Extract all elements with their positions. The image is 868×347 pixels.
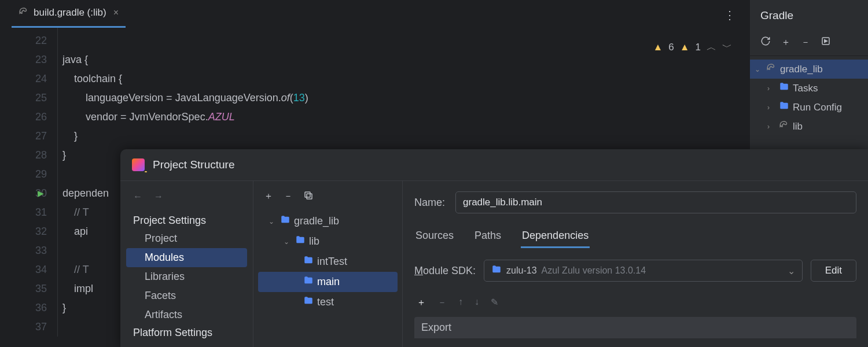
line-number: 28 — [0, 146, 47, 165]
name-label: Name: — [414, 197, 445, 209]
line-number: 34 — [0, 260, 47, 279]
module-test[interactable]: test — [258, 292, 398, 312]
tree-run-config[interactable]: › Run Config — [750, 98, 868, 117]
chevron-right-icon: › — [767, 104, 775, 112]
code-text: toolchain { — [62, 73, 122, 84]
more-icon[interactable]: ⋮ — [724, 8, 735, 22]
folder-icon — [779, 82, 789, 95]
execute-icon[interactable] — [821, 36, 831, 49]
gradle-tree: ⌄ gradle_lib › Tasks › Run Config › lib — [750, 56, 868, 139]
editor-tab-bar: build.gradle (:lib) × ⋮ — [0, 0, 749, 28]
remove-icon[interactable]: － — [284, 190, 293, 203]
line-number: 31 — [0, 203, 47, 222]
sdk-dropdown[interactable]: zulu-13 Azul Zulu version 13.0.14 ⌄ — [484, 260, 803, 282]
nav-facets[interactable]: Facets — [126, 286, 247, 305]
nav-modules[interactable]: Modules — [126, 248, 247, 267]
module-root[interactable]: ⌄ gradle_lib — [258, 211, 398, 231]
line-number: 24 — [0, 69, 47, 88]
module-name-input[interactable] — [455, 191, 856, 213]
gradle-icon — [766, 62, 777, 76]
tab-dependencies[interactable]: Dependencies — [521, 225, 590, 248]
code-text: vendor = JvmVendorSpec. — [62, 111, 208, 123]
down-icon[interactable]: ↓ — [475, 297, 479, 309]
line-number: 35 — [0, 279, 47, 298]
tab-paths[interactable]: Paths — [473, 225, 502, 248]
chevron-down-icon: ⌄ — [269, 217, 277, 226]
tree-label: gradle_lib — [780, 64, 823, 75]
nav-libraries[interactable]: Libraries — [126, 267, 247, 286]
folder-icon — [303, 275, 314, 289]
chevron-down-icon: ⌄ — [788, 265, 795, 276]
tree-root[interactable]: ⌄ gradle_lib — [750, 60, 868, 79]
line-number: 25 — [0, 88, 47, 108]
folder-icon — [295, 235, 306, 248]
tree-lib[interactable]: › lib — [750, 117, 868, 136]
code-text: // T — [62, 264, 89, 275]
line-number: 23 — [0, 50, 47, 69]
chevron-down-icon: ⌄ — [755, 65, 763, 73]
nav-project[interactable]: Project — [126, 229, 247, 248]
edit-button[interactable]: Edit — [811, 260, 856, 282]
code-text: // T — [62, 206, 89, 218]
add-icon[interactable]: ＋ — [781, 36, 790, 49]
tree-tasks[interactable]: › Tasks — [750, 79, 868, 98]
code-text: api — [62, 226, 88, 237]
export-column-header: Export — [414, 317, 856, 338]
nav-artifacts[interactable]: Artifacts — [126, 305, 247, 324]
code-text: } — [62, 149, 66, 161]
line-number: 27 — [0, 127, 47, 146]
module-inttest[interactable]: intTest — [258, 252, 398, 272]
chevron-down-icon: ⌄ — [284, 238, 292, 246]
code-text: impl — [62, 283, 93, 294]
sdk-detail: Azul Zulu version 13.0.14 — [542, 265, 646, 276]
edit-icon[interactable]: ✎ — [491, 297, 498, 309]
folder-icon — [779, 101, 789, 114]
project-structure-dialog: Project Structure ← → Project Settings P… — [120, 149, 868, 347]
module-label: intTest — [317, 256, 347, 268]
up-icon[interactable]: ↑ — [458, 297, 463, 309]
line-number: 36 — [0, 298, 47, 318]
module-main[interactable]: main — [258, 272, 398, 292]
folder-icon — [280, 215, 290, 228]
tab-sources[interactable]: Sources — [414, 225, 455, 248]
add-icon[interactable]: ＋ — [264, 190, 273, 203]
svg-rect-1 — [307, 194, 312, 199]
run-gutter-icon[interactable]: ▶ — [38, 184, 44, 203]
refresh-icon[interactable] — [760, 36, 771, 49]
nav-heading: Platform Settings — [126, 324, 247, 341]
chevron-right-icon: › — [767, 84, 775, 93]
remove-icon[interactable]: － — [801, 36, 810, 49]
module-details: Name: Sources Paths Dependencies Module … — [403, 181, 868, 347]
editor-tab[interactable]: build.gradle (:lib) × — [12, 0, 126, 28]
svg-rect-2 — [305, 192, 310, 197]
tree-label: Tasks — [793, 83, 818, 94]
module-label: gradle_lib — [294, 215, 339, 227]
module-tree: ＋ － ⌄ gradle_lib ⌄ lib intTest main — [253, 181, 403, 347]
tree-label: lib — [793, 121, 803, 132]
line-number: 33 — [0, 241, 47, 260]
folder-icon — [491, 264, 502, 277]
remove-icon[interactable]: － — [437, 297, 447, 309]
close-icon[interactable]: × — [113, 8, 119, 18]
back-icon[interactable]: ← — [133, 191, 142, 202]
dialog-body: ← → Project Settings Project Modules Lib… — [120, 180, 868, 347]
module-label: lib — [309, 235, 319, 248]
module-lib[interactable]: ⌄ lib — [258, 231, 398, 252]
line-number: 22 — [0, 31, 47, 50]
add-icon[interactable]: ＋ — [417, 297, 426, 309]
folder-icon — [303, 296, 314, 309]
dialog-title: Project Structure — [153, 158, 235, 171]
line-number: 29 — [0, 165, 47, 184]
copy-icon[interactable] — [303, 190, 314, 203]
code-text: } — [62, 130, 78, 142]
app-icon — [132, 158, 145, 171]
gradle-icon — [19, 6, 29, 19]
code-text: languageVersion = JavaLanguageVersion. — [62, 92, 281, 104]
tree-label: Run Config — [793, 102, 842, 113]
gradle-icon — [779, 120, 789, 133]
detail-tabs: Sources Paths Dependencies — [414, 225, 856, 248]
chevron-right-icon: › — [767, 123, 775, 131]
module-label: main — [317, 276, 340, 288]
forward-icon[interactable]: → — [154, 191, 163, 202]
gradle-toolbar: ＋ － — [750, 31, 868, 56]
